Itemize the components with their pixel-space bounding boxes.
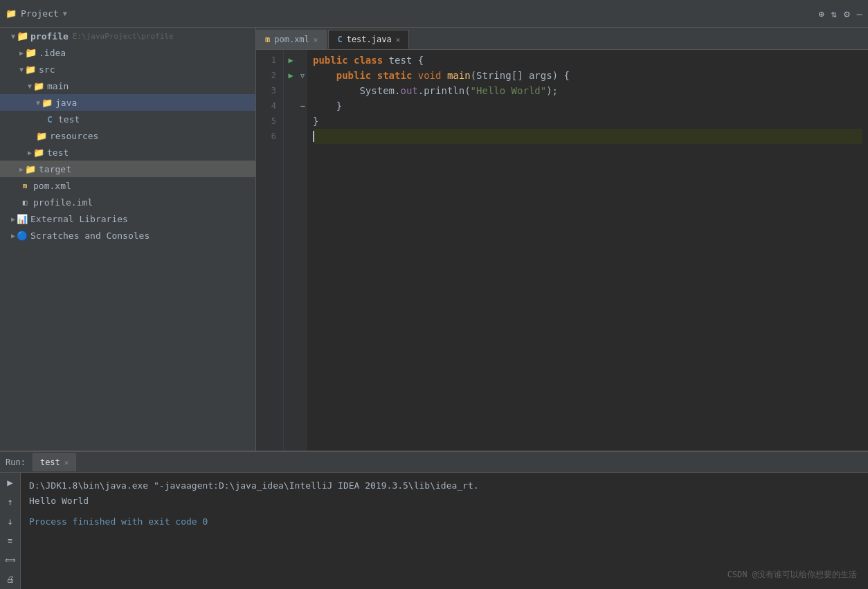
indent-3 <box>313 83 359 98</box>
kw-void: void <box>418 68 447 83</box>
java-folder-icon: 📁 <box>42 97 53 108</box>
run-command-line: D:\JDK1.8\bin\java.exe "-javaagent:D:\ja… <box>29 480 479 491</box>
brace-open: { <box>418 53 424 68</box>
run-filter-btn[interactable]: ≡ <box>3 534 18 547</box>
iml-label: profile.iml <box>33 197 93 208</box>
profile-path: E:\javaProject\profile <box>73 32 174 41</box>
sidebar-item-src[interactable]: ▼ 📁 src <box>0 61 255 78</box>
xml-icon: m <box>19 180 30 191</box>
arrow-icon: ▶ <box>19 49 24 57</box>
run-tab-close[interactable]: ✕ <box>64 458 69 467</box>
target-label: target <box>39 164 71 174</box>
out-keyword: out <box>400 83 417 98</box>
sidebar-item-profile-iml[interactable]: ◧ profile.iml <box>0 194 255 210</box>
folder-icon: 📁 <box>25 47 36 58</box>
run-align-btn[interactable]: ⟺ <box>3 553 18 567</box>
java-label: java <box>55 98 77 108</box>
fold-4[interactable]: − <box>298 98 307 114</box>
folder-icon: 📁 <box>36 130 47 141</box>
arrow-icon: ▶ <box>11 232 15 239</box>
sidebar-item-profile[interactable]: ▼ 📁 profile E:\javaProject\profile <box>0 28 255 44</box>
main-content: ▼ 📁 profile E:\javaProject\profile ▶ 📁 .… <box>0 28 868 451</box>
ext-lib-label: External Libraries <box>30 214 128 224</box>
settings-icon[interactable]: ⚙ <box>844 8 849 19</box>
sync-icon[interactable]: ⇅ <box>831 8 837 19</box>
sidebar-item-main[interactable]: ▼ 📁 main <box>0 78 255 94</box>
run-btn-1[interactable]: ▶ <box>284 53 298 68</box>
top-toolbar: 📁 Project ▼ ⊕ ⇅ ⚙ — <box>0 0 868 28</box>
sidebar-item-test-file[interactable]: C test <box>0 111 255 127</box>
code-editor[interactable]: public class test { public static void m… <box>307 50 868 451</box>
sidebar-item-target[interactable]: ▶ 📁 target <box>0 161 255 177</box>
tab-pom-xml[interactable]: m pom.xml ✕ <box>256 30 327 49</box>
kw-class: class <box>354 53 389 68</box>
sidebar-item-ext-lib[interactable]: ▶ 📊 External Libraries <box>0 210 255 227</box>
fn-main: main <box>447 68 471 83</box>
sidebar-item-java[interactable]: ▼ 📁 java <box>0 94 255 111</box>
sidebar-item-test-dir[interactable]: ▶ 📁 test <box>0 144 255 161</box>
no-run-4 <box>284 98 298 114</box>
toolbar-icons: ⊕ ⇅ ⚙ — <box>818 8 862 19</box>
fold-2[interactable]: ▽ <box>298 68 307 83</box>
line-num-5: 5 <box>259 114 280 129</box>
kw-static: static <box>377 68 418 83</box>
line-num-3: 3 <box>259 83 280 98</box>
run-tab-bar: Run: test ✕ <box>0 452 868 473</box>
fold-6 <box>298 129 307 144</box>
fold-5 <box>298 114 307 129</box>
run-tab-test[interactable]: test ✕ <box>33 453 77 471</box>
ext-lib-icon: 📊 <box>17 213 28 224</box>
run-up-btn[interactable]: ↑ <box>3 495 18 509</box>
line-num-6: 6 <box>259 129 280 144</box>
tab-close-test[interactable]: ✕ <box>396 35 401 44</box>
code-line-6[interactable] <box>313 129 862 144</box>
tab-icon-m: m <box>265 35 270 44</box>
project-sidebar: ▼ 📁 profile E:\javaProject\profile ▶ 📁 .… <box>0 28 256 451</box>
folder-icon: 📁 <box>25 64 36 75</box>
pom-label: pom.xml <box>33 181 71 191</box>
run-label: Run: <box>6 457 26 467</box>
arrow-icon: ▼ <box>36 99 40 107</box>
arrow-icon: ▼ <box>28 82 32 90</box>
sidebar-item-pom[interactable]: m pom.xml <box>0 177 255 194</box>
sidebar-item-scratches[interactable]: ▶ 🔵 Scratches and Consoles <box>0 227 255 244</box>
code-line-4: } <box>313 98 862 114</box>
arrow-icon: ▶ <box>28 149 32 156</box>
paren-open: (String[] args) { <box>471 68 570 83</box>
run-indicators: ▶ ▶ <box>284 50 298 451</box>
tab-test-java[interactable]: C test.java ✕ <box>328 30 409 49</box>
minimize-icon[interactable]: — <box>857 8 862 19</box>
folder-icon: 📁 <box>17 30 28 42</box>
folder-icon: 📁 <box>33 147 44 158</box>
tab-close-pom[interactable]: ✕ <box>314 35 318 44</box>
run-down-btn[interactable]: ↓ <box>3 514 18 528</box>
sidebar-item-idea[interactable]: ▶ 📁 .idea <box>0 44 255 61</box>
editor-tab-bar: m pom.xml ✕ C test.java ✕ <box>256 28 868 50</box>
brace-close-1: } <box>313 114 318 129</box>
run-toolbar: ▶ ↑ ↓ ≡ ⟺ 🖨 <box>0 473 21 589</box>
resources-label: resources <box>50 131 98 141</box>
run-play-btn[interactable]: ▶ <box>3 475 18 489</box>
println: .println( <box>418 83 471 98</box>
editor-content: 1 2 3 4 5 6 ▶ ▶ ▽ − <box>256 50 868 451</box>
run-btn-2[interactable]: ▶ <box>284 68 298 83</box>
run-print-btn[interactable]: 🖨 <box>3 572 18 586</box>
arrow-icon: ▼ <box>19 66 24 73</box>
code-line-2: public static void main(String[] args) { <box>313 68 862 83</box>
project-dropdown-icon[interactable]: ▼ <box>63 10 67 17</box>
project-folder-icon: 📁 <box>6 8 17 19</box>
text-cursor <box>313 131 314 142</box>
indent-2 <box>313 68 336 83</box>
arrow-icon: ▶ <box>11 215 15 223</box>
system-out: System. <box>359 83 400 98</box>
scratches-icon: 🔵 <box>17 230 28 241</box>
indent-4 <box>313 98 336 114</box>
sidebar-item-resources[interactable]: 📁 resources <box>0 127 255 144</box>
project-title: 📁 Project ▼ <box>6 8 67 19</box>
line-numbers: 1 2 3 4 5 6 <box>256 50 284 451</box>
run-process-output: Process finished with exit code 0 <box>29 514 860 529</box>
pom-tab-label: pom.xml <box>274 35 309 44</box>
add-icon[interactable]: ⊕ <box>818 8 824 19</box>
profile-label: profile <box>30 31 69 42</box>
kw-public2: public <box>336 68 377 83</box>
